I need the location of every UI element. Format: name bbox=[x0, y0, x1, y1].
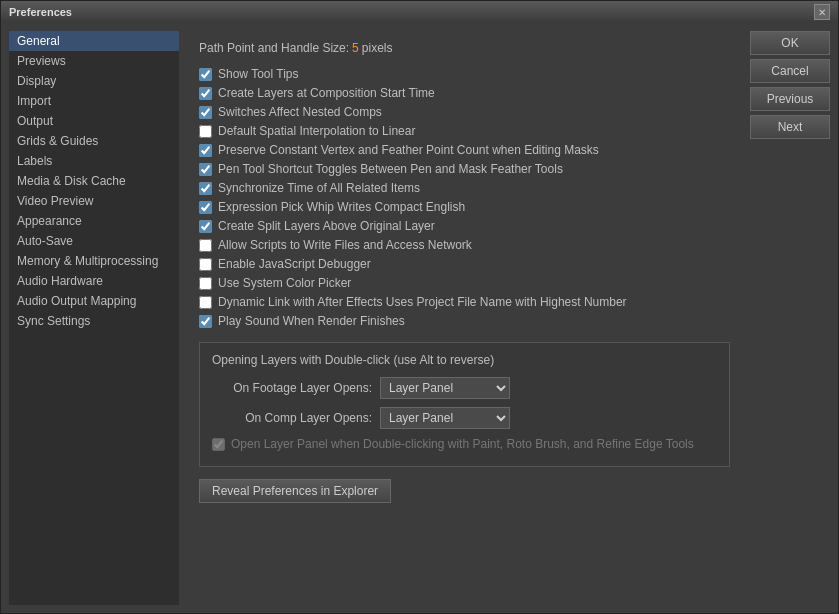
checkbox-row-cb7: Synchronize Time of All Related Items bbox=[199, 181, 730, 195]
checkbox-row-cb9: Create Split Layers Above Original Layer bbox=[199, 219, 730, 233]
sidebar-item-media---disk-cache[interactable]: Media & Disk Cache bbox=[9, 171, 179, 191]
section-title: Opening Layers with Double-click (use Al… bbox=[212, 353, 717, 367]
open-layer-panel-checkbox[interactable] bbox=[212, 438, 225, 451]
checkbox-label-cb7: Synchronize Time of All Related Items bbox=[218, 181, 420, 195]
checkbox-cb12[interactable] bbox=[199, 277, 212, 290]
sidebar-item-auto-save[interactable]: Auto-Save bbox=[9, 231, 179, 251]
checkbox-cb2[interactable] bbox=[199, 87, 212, 100]
checkbox-cb7[interactable] bbox=[199, 182, 212, 195]
cancel-button[interactable]: Cancel bbox=[750, 59, 830, 83]
sidebar-item-display[interactable]: Display bbox=[9, 71, 179, 91]
checkbox-cb8[interactable] bbox=[199, 201, 212, 214]
checkbox-cb1[interactable] bbox=[199, 68, 212, 81]
checkbox-row-cb12: Use System Color Picker bbox=[199, 276, 730, 290]
open-layer-panel-label: Open Layer Panel when Double-clicking wi… bbox=[231, 437, 694, 451]
checkbox-row-cb5: Preserve Constant Vertex and Feather Poi… bbox=[199, 143, 730, 157]
checkbox-label-cb6: Pen Tool Shortcut Toggles Between Pen an… bbox=[218, 162, 563, 176]
checkbox-cb4[interactable] bbox=[199, 125, 212, 138]
checkbox-label-cb8: Expression Pick Whip Writes Compact Engl… bbox=[218, 200, 465, 214]
checkbox-label-cb11: Enable JavaScript Debugger bbox=[218, 257, 371, 271]
checkbox-cb9[interactable] bbox=[199, 220, 212, 233]
sidebar-item-video-preview[interactable]: Video Preview bbox=[9, 191, 179, 211]
checkbox-label-cb5: Preserve Constant Vertex and Feather Poi… bbox=[218, 143, 599, 157]
reveal-preferences-button[interactable]: Reveal Preferences in Explorer bbox=[199, 479, 391, 503]
top-row: Path Point and Handle Size: 5 pixels Sho… bbox=[187, 31, 830, 605]
checkbox-row-cb3: Switches Affect Nested Comps bbox=[199, 105, 730, 119]
checkbox-row-cb4: Default Spatial Interpolation to Linear bbox=[199, 124, 730, 138]
checkbox-row-cb11: Enable JavaScript Debugger bbox=[199, 257, 730, 271]
sidebar-item-general[interactable]: General bbox=[9, 31, 179, 51]
sidebar-item-audio-hardware[interactable]: Audio Hardware bbox=[9, 271, 179, 291]
main-content: Path Point and Handle Size: 5 pixels Sho… bbox=[187, 31, 742, 605]
footage-layer-select[interactable]: Layer PanelComp PanelFlowchart bbox=[380, 377, 510, 399]
checkbox-row-cb6: Pen Tool Shortcut Toggles Between Pen an… bbox=[199, 162, 730, 176]
path-point-label: Path Point and Handle Size: bbox=[199, 41, 349, 55]
comp-layer-row: On Comp Layer Opens: Layer PanelComp Pan… bbox=[212, 407, 717, 429]
checkbox-label-cb14: Play Sound When Render Finishes bbox=[218, 314, 405, 328]
sidebar: GeneralPreviewsDisplayImportOutputGrids … bbox=[9, 31, 179, 605]
window-title: Preferences bbox=[9, 6, 72, 18]
open-layer-panel-row: Open Layer Panel when Double-clicking wi… bbox=[212, 437, 717, 451]
right-buttons: OK Cancel Previous Next bbox=[750, 31, 830, 605]
preferences-window: Preferences ✕ GeneralPreviewsDisplayImpo… bbox=[0, 0, 839, 614]
content-area: GeneralPreviewsDisplayImportOutputGrids … bbox=[1, 23, 838, 613]
checkbox-label-cb9: Create Split Layers Above Original Layer bbox=[218, 219, 435, 233]
path-point-value: 5 bbox=[352, 41, 359, 55]
ok-button[interactable]: OK bbox=[750, 31, 830, 55]
sidebar-item-import[interactable]: Import bbox=[9, 91, 179, 111]
checkbox-cb13[interactable] bbox=[199, 296, 212, 309]
checkbox-label-cb12: Use System Color Picker bbox=[218, 276, 351, 290]
checkbox-row-cb1: Show Tool Tips bbox=[199, 67, 730, 81]
previous-button[interactable]: Previous bbox=[750, 87, 830, 111]
checkbox-label-cb3: Switches Affect Nested Comps bbox=[218, 105, 382, 119]
checkboxes-container: Show Tool TipsCreate Layers at Compositi… bbox=[199, 67, 730, 328]
sidebar-item-output[interactable]: Output bbox=[9, 111, 179, 131]
sidebar-item-audio-output-mapping[interactable]: Audio Output Mapping bbox=[9, 291, 179, 311]
checkbox-cb14[interactable] bbox=[199, 315, 212, 328]
checkbox-row-cb8: Expression Pick Whip Writes Compact Engl… bbox=[199, 200, 730, 214]
checkbox-cb11[interactable] bbox=[199, 258, 212, 271]
checkbox-label-cb10: Allow Scripts to Write Files and Access … bbox=[218, 238, 472, 252]
footage-layer-row: On Footage Layer Opens: Layer PanelComp … bbox=[212, 377, 717, 399]
checkbox-row-cb2: Create Layers at Composition Start Time bbox=[199, 86, 730, 100]
checkbox-cb5[interactable] bbox=[199, 144, 212, 157]
sidebar-item-appearance[interactable]: Appearance bbox=[9, 211, 179, 231]
checkbox-cb3[interactable] bbox=[199, 106, 212, 119]
checkbox-cb10[interactable] bbox=[199, 239, 212, 252]
checkbox-label-cb1: Show Tool Tips bbox=[218, 67, 299, 81]
sidebar-item-grids---guides[interactable]: Grids & Guides bbox=[9, 131, 179, 151]
sidebar-item-labels[interactable]: Labels bbox=[9, 151, 179, 171]
checkbox-row-cb14: Play Sound When Render Finishes bbox=[199, 314, 730, 328]
sidebar-item-sync-settings[interactable]: Sync Settings bbox=[9, 311, 179, 331]
sidebar-item-memory---multiprocessing[interactable]: Memory & Multiprocessing bbox=[9, 251, 179, 271]
opening-layers-section: Opening Layers with Double-click (use Al… bbox=[199, 342, 730, 467]
path-point-row: Path Point and Handle Size: 5 pixels bbox=[199, 41, 730, 55]
checkbox-label-cb2: Create Layers at Composition Start Time bbox=[218, 86, 435, 100]
checkbox-label-cb13: Dynamic Link with After Effects Uses Pro… bbox=[218, 295, 627, 309]
sidebar-item-previews[interactable]: Previews bbox=[9, 51, 179, 71]
footage-layer-label: On Footage Layer Opens: bbox=[212, 381, 372, 395]
checkbox-row-cb13: Dynamic Link with After Effects Uses Pro… bbox=[199, 295, 730, 309]
checkbox-label-cb4: Default Spatial Interpolation to Linear bbox=[218, 124, 415, 138]
checkbox-row-cb10: Allow Scripts to Write Files and Access … bbox=[199, 238, 730, 252]
title-bar: Preferences ✕ bbox=[1, 1, 838, 23]
next-button[interactable]: Next bbox=[750, 115, 830, 139]
comp-layer-select[interactable]: Layer PanelComp PanelFlowchart bbox=[380, 407, 510, 429]
path-point-unit: pixels bbox=[362, 41, 393, 55]
close-button[interactable]: ✕ bbox=[814, 4, 830, 20]
checkbox-cb6[interactable] bbox=[199, 163, 212, 176]
comp-layer-label: On Comp Layer Opens: bbox=[212, 411, 372, 425]
